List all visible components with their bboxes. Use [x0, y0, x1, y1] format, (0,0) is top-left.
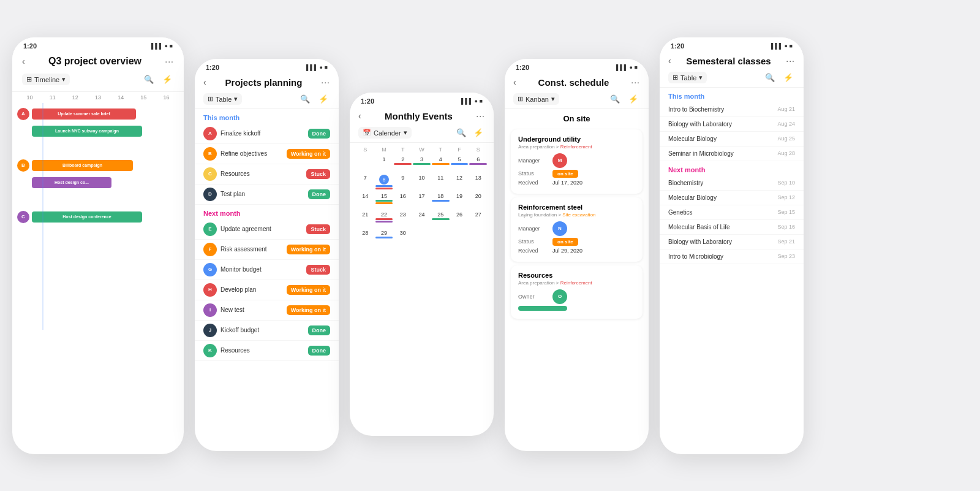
- kanban-icon: ⊞: [518, 95, 523, 103]
- phone1-title: Q3 project overview: [48, 56, 141, 67]
- class-name-6: Molecular Biology: [668, 194, 777, 201]
- signal-icons-3: ▌▌▌ ● ■: [461, 98, 483, 104]
- calendar-grid: S M T W T F S 1 2 3 4 5 6: [350, 143, 494, 251]
- filter-btn-3[interactable]: ⚡: [472, 126, 485, 140]
- phone5-content: ‹ Semesteral classes ··· ⊞ Table ▾ 🔍 ⚡ T…: [660, 52, 804, 449]
- time-1: 1:20: [23, 42, 37, 50]
- status-badge-2: on site: [552, 238, 578, 246]
- class-row-7: Genetics Sep 15: [660, 205, 804, 220]
- next-month-classes: Biochemistry Sep 10 Molecular Biology Se…: [660, 176, 804, 264]
- proj-status-4: Done: [308, 189, 331, 199]
- view-switcher-2[interactable]: ⊞ Table ▾: [203, 93, 242, 105]
- proj-avatar-5: E: [203, 223, 217, 236]
- proj-row-3: C Resources Stuck: [195, 164, 339, 185]
- table-icon-2: ⊞: [208, 95, 213, 103]
- cal-chevron: ▾: [404, 129, 407, 137]
- proj-status-1: Done: [308, 129, 331, 139]
- cal-view-switcher[interactable]: 📅 Calender ▾: [358, 127, 412, 139]
- kanban-view-label: Kanban: [526, 96, 549, 103]
- manager-avatar-1: M: [552, 153, 567, 168]
- class-name-1: Intro to Biochemistry: [668, 106, 777, 113]
- proj-avatar-2: B: [203, 147, 217, 161]
- calendar-toolbar: 📅 Calender ▾ 🔍 ⚡: [350, 124, 494, 143]
- this-month-label-5: This month: [660, 88, 804, 102]
- day-14: 14: [110, 94, 132, 101]
- proj-status-10: Done: [308, 325, 331, 335]
- class-date-7: Sep 15: [777, 209, 795, 215]
- back-arrow-1[interactable]: ‹: [22, 56, 25, 66]
- back-arrow-3[interactable]: ‹: [358, 111, 361, 121]
- proj-name-3: Resources: [221, 170, 303, 177]
- class-date-10: Sep 23: [777, 253, 795, 259]
- search-btn-1[interactable]: 🔍: [142, 73, 156, 86]
- more-menu-3[interactable]: ···: [476, 111, 485, 121]
- more-menu-5[interactable]: ···: [786, 56, 795, 66]
- bar-4: Billboard campaign: [32, 160, 133, 171]
- cd-26: 26: [450, 210, 469, 227]
- phone-projects: 1:20 ▌▌▌ ● ■ ‹ Projects planning ··· ⊞ T…: [195, 59, 339, 451]
- view-icon-1: ⊞: [26, 75, 32, 83]
- manager-avatar-2: N: [552, 221, 567, 236]
- status-bar-4: 1:20 ▌▌▌ ● ■: [505, 59, 649, 74]
- signal-icons-5: ▌▌▌ ● ■: [771, 43, 793, 49]
- dh-t2: T: [431, 147, 450, 153]
- manager-label-2: Manager: [518, 226, 549, 232]
- timeline-body: A Update summer sale brief Launch NYC su…: [12, 103, 184, 228]
- kcard-owner-row-3: Owner O: [518, 289, 635, 304]
- more-menu-2[interactable]: ···: [321, 77, 330, 87]
- class-row-4: Seminar in Microbiology Aug 28: [660, 147, 804, 161]
- more-menu-1[interactable]: ···: [165, 56, 174, 66]
- proj-row-4: D Test plan Done: [195, 185, 339, 205]
- view-switcher-5[interactable]: ⊞ Table ▾: [668, 72, 707, 83]
- cd-18: 18: [431, 192, 450, 209]
- classes-toolbar: ⊞ Table ▾ 🔍 ⚡: [660, 69, 804, 88]
- proj-name-9: New test: [221, 306, 283, 313]
- search-btn-5[interactable]: 🔍: [763, 71, 777, 85]
- proj-status-5: Stuck: [306, 224, 330, 234]
- filter-btn-1[interactable]: ⚡: [160, 73, 174, 86]
- proj-avatar-1: A: [203, 127, 217, 140]
- table-icon-5: ⊞: [673, 74, 678, 82]
- cd-17: 17: [412, 192, 431, 209]
- class-name-9: Biology with Laboratory: [668, 238, 777, 245]
- phone-calendar: 1:20 ▌▌▌ ● ■ ‹ Monthly Events ··· 📅 Cale…: [350, 93, 494, 436]
- tl-row-2: Launch NYC subway campaign: [12, 123, 184, 140]
- filter-btn-2[interactable]: ⚡: [317, 93, 330, 106]
- back-arrow-5[interactable]: ‹: [668, 56, 671, 66]
- class-date-1: Aug 21: [777, 106, 795, 112]
- time-5: 1:20: [671, 42, 684, 50]
- filter-btn-4[interactable]: ⚡: [627, 93, 640, 106]
- status-bar-5: 1:20 ▌▌▌ ● ■: [660, 37, 804, 52]
- proj-row-6: F Risk assessment Working on it: [195, 240, 339, 260]
- proj-avatar-3: C: [203, 167, 217, 181]
- kcard-manager-row-1: Manager M: [518, 153, 635, 168]
- proj-name-1: Finalize kickoff: [221, 130, 304, 137]
- kcard-sub-1: Area preparation > Reinforcement: [518, 144, 635, 150]
- proj-name-6: Risk assessment: [221, 246, 283, 253]
- search-btn-2[interactable]: 🔍: [298, 93, 312, 106]
- filter-btn-5[interactable]: ⚡: [782, 71, 795, 85]
- back-arrow-4[interactable]: ‹: [513, 77, 516, 87]
- proj-name-11: Resources: [221, 347, 304, 354]
- scene: 1:20 ▌▌▌ ● ■ ‹ Q3 project overview ··· ⊞…: [12, 37, 968, 454]
- search-btn-3[interactable]: 🔍: [454, 126, 468, 140]
- cal-view-label: Calender: [374, 129, 401, 137]
- cd-25: 25: [431, 210, 450, 227]
- phone4-content: ‹ Const. schedule ··· ⊞ Kanban ▾ 🔍 ⚡ On …: [505, 74, 649, 446]
- bar-7: Host design conference: [32, 211, 142, 223]
- avatar-4: B: [17, 159, 29, 172]
- cd-empty: [356, 155, 375, 172]
- manager-label-1: Manager: [518, 158, 549, 164]
- view-switcher-1[interactable]: ⊞ Timeline ▾: [22, 74, 70, 85]
- view-switcher-4[interactable]: ⊞ Kanban ▾: [513, 93, 559, 105]
- dh-m: M: [375, 147, 394, 153]
- back-arrow-2[interactable]: ‹: [203, 77, 206, 87]
- kcard-sub-3: Area preparation > Reinforcement: [518, 280, 635, 286]
- class-name-7: Genetics: [668, 209, 777, 216]
- status-bar-1: 1:20 ▌▌▌ ● ■: [12, 37, 184, 52]
- more-menu-4[interactable]: ···: [631, 77, 640, 87]
- next-month-list-2: E Update agreement Stuck F Risk assessme…: [195, 219, 339, 361]
- search-btn-4[interactable]: 🔍: [608, 93, 622, 106]
- cd-16: 16: [393, 192, 412, 209]
- proj-row-8: H Develop plan Working on it: [195, 280, 339, 300]
